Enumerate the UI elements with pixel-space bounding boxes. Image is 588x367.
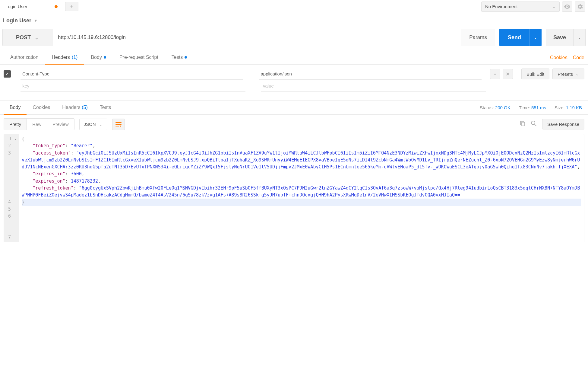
environment-dropdown[interactable]: No Environment ⌄ <box>481 2 560 12</box>
view-preview[interactable]: Preview <box>47 119 74 130</box>
eye-icon <box>564 5 570 9</box>
bulk-edit-button[interactable]: Bulk Edit <box>521 69 549 79</box>
unsaved-dot-icon <box>55 5 58 8</box>
response-headers-count: (5) <box>82 105 88 110</box>
send-split-button: Send ⌄ <box>499 29 542 46</box>
header-new-row: key value <box>4 80 584 92</box>
send-button[interactable]: Send <box>499 29 530 46</box>
chevron-down-icon[interactable]: ▼ <box>34 18 38 23</box>
new-tab-button[interactable]: + <box>65 2 78 11</box>
status-line: Status: 200 OK Time: 551 ms Size: 1.19 K… <box>480 105 584 110</box>
breadcrumb-title: Login User <box>3 18 31 24</box>
presets-dropdown[interactable]: Presets⌄ <box>552 69 584 79</box>
method-dropdown[interactable]: POST ⌄ <box>3 29 52 46</box>
drag-icon: ≡ <box>494 71 496 77</box>
dot-indicator-icon <box>104 56 106 59</box>
header-remove-button[interactable]: ✕ <box>503 69 513 79</box>
content-type-dropdown[interactable]: JSON ⌄ <box>79 119 107 130</box>
search-button[interactable] <box>531 120 537 128</box>
wrap-icon <box>115 122 122 126</box>
line-gutter: 1 ▾ 2 3 4 5 6 7 <box>4 134 19 242</box>
response-tabs: Body Cookies Headers (5) Tests Status: 2… <box>0 100 588 115</box>
view-raw[interactable]: Raw <box>27 119 47 130</box>
status-value: 200 OK <box>495 105 511 110</box>
chevron-down-icon: ⌄ <box>34 34 39 41</box>
response-tab-headers[interactable]: Headers (5) <box>56 101 94 114</box>
request-tabs: Authorization Headers (1) Body Pre-reque… <box>0 51 588 65</box>
request-bar: POST ⌄ http://10.145.19.6:12800/login Pa… <box>0 29 588 46</box>
svg-rect-2 <box>522 122 525 126</box>
response-code: { "token_type": "Bearer", "access_token"… <box>19 134 584 242</box>
url-value: http://10.145.19.6:12800/login <box>58 34 126 40</box>
method-url-group: POST ⌄ http://10.145.19.6:12800/login Pa… <box>2 29 495 46</box>
chevron-down-icon: ⌄ <box>575 71 579 77</box>
dot-indicator-icon <box>185 56 187 59</box>
svg-point-3 <box>531 121 535 125</box>
tab-body[interactable]: Body <box>84 51 112 64</box>
chevron-down-icon: ⌄ <box>552 4 556 9</box>
chevron-down-icon: ⌄ <box>578 35 581 40</box>
header-value-input[interactable]: application/json <box>259 68 481 80</box>
response-tab-tests[interactable]: Tests <box>94 101 117 114</box>
environment-quicklook-button[interactable] <box>562 2 572 12</box>
view-pretty[interactable]: Pretty <box>4 119 27 130</box>
chevron-down-icon: ⌄ <box>534 35 537 40</box>
header-drag-handle[interactable]: ≡ <box>490 69 500 79</box>
tab-authorization[interactable]: Authorization <box>4 51 45 64</box>
svg-point-0 <box>567 6 568 7</box>
environment-label: No Environment <box>485 4 518 9</box>
url-input[interactable]: http://10.145.19.6:12800/login <box>52 29 461 46</box>
headers-table: ✓ Content-Type application/json ≡ ✕ Bulk… <box>0 65 588 100</box>
request-tab[interactable]: Login User <box>0 0 63 13</box>
params-button[interactable]: Params <box>461 29 495 46</box>
tab-pre-request-script[interactable]: Pre-request Script <box>113 51 165 64</box>
header-key-input[interactable]: Content-Type <box>21 68 243 80</box>
header-value-input[interactable]: value <box>261 80 486 92</box>
response-body-viewer[interactable]: 1 ▾ 2 3 4 5 6 7 { "token_type": "Bearer"… <box>4 134 584 242</box>
tab-tests[interactable]: Tests <box>165 51 194 64</box>
svg-line-4 <box>535 124 536 126</box>
method-label: POST <box>16 34 31 41</box>
header-key-input[interactable]: key <box>21 80 245 92</box>
send-dropdown[interactable]: ⌄ <box>530 29 542 46</box>
response-tab-body[interactable]: Body <box>4 101 27 114</box>
header-enabled-checkbox[interactable]: ✓ <box>4 70 11 78</box>
save-split-button: Save ⌄ <box>546 29 586 46</box>
size-value: 1.19 KB <box>566 105 582 110</box>
gear-icon <box>577 4 583 9</box>
format-bar: Pretty Raw Preview JSON ⌄ Save Response <box>0 115 588 134</box>
tab-headers[interactable]: Headers (1) <box>45 51 84 64</box>
time-value: 551 ms <box>531 105 546 110</box>
line-wrap-button[interactable] <box>112 119 125 130</box>
cookies-link[interactable]: Cookies <box>550 55 567 60</box>
breadcrumb: Login User ▼ <box>0 13 588 29</box>
view-mode-segmented: Pretty Raw Preview <box>4 118 74 130</box>
code-link[interactable]: Code <box>573 55 584 60</box>
save-response-button[interactable]: Save Response <box>542 119 584 129</box>
chevron-down-icon: ⌄ <box>99 122 103 127</box>
response-tab-cookies[interactable]: Cookies <box>27 101 56 114</box>
headers-count: (1) <box>72 55 78 60</box>
tab-bar: Login User + No Environment ⌄ <box>0 0 588 13</box>
copy-button[interactable] <box>520 121 525 128</box>
search-icon <box>531 120 537 126</box>
header-row: ✓ Content-Type application/json ≡ ✕ Bulk… <box>4 68 584 80</box>
tab-label: Login User <box>5 4 27 9</box>
close-icon: ✕ <box>506 71 510 77</box>
settings-button[interactable] <box>575 2 585 12</box>
save-button[interactable]: Save <box>546 29 574 46</box>
copy-icon <box>520 121 525 126</box>
save-dropdown[interactable]: ⌄ <box>574 29 586 46</box>
